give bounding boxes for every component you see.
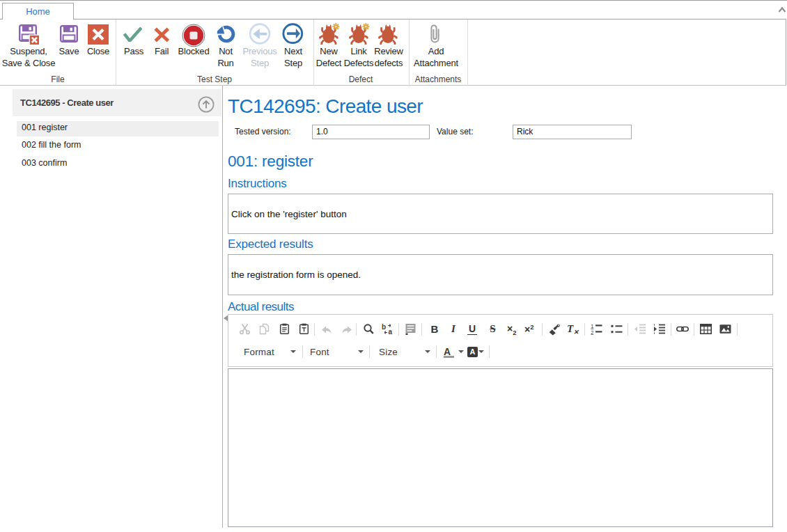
svg-text:a: a [389,328,393,335]
svg-text:b: b [382,323,386,331]
svg-text:1: 1 [591,323,593,329]
svg-text:2: 2 [591,329,593,335]
